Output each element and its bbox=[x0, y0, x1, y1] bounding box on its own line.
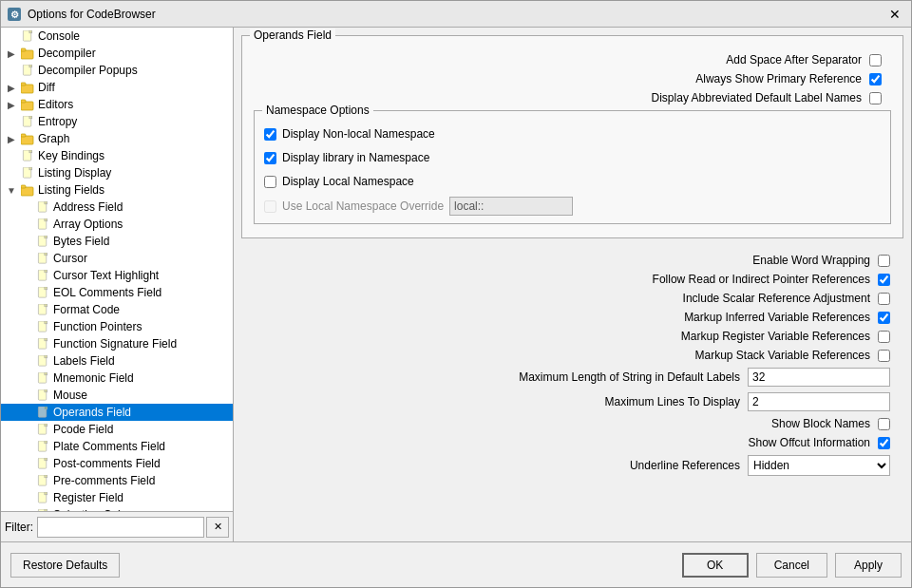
page-icon-mouse bbox=[35, 388, 50, 403]
tree-item-decompiler[interactable]: ▶ Decompiler bbox=[1, 45, 233, 62]
tree-item-mouse[interactable]: Mouse bbox=[1, 387, 233, 404]
svg-rect-53 bbox=[44, 458, 47, 461]
max-length-input[interactable] bbox=[748, 368, 890, 387]
svg-rect-11 bbox=[21, 100, 26, 103]
tree-label-pre-comments-field: Pre-comments Field bbox=[53, 474, 155, 487]
namespace-title: Namespace Options bbox=[262, 104, 373, 117]
tree-item-format-code[interactable]: Format Code bbox=[1, 301, 233, 318]
bottom-bar: Restore Defaults OK Cancel Apply bbox=[1, 541, 911, 587]
markup-inferred-checkbox[interactable] bbox=[878, 312, 890, 324]
tree-item-graph[interactable]: ▶ Graph bbox=[1, 130, 233, 147]
local-namespace-input[interactable] bbox=[449, 197, 573, 216]
tree-label-format-code: Format Code bbox=[53, 303, 120, 316]
close-button[interactable]: ✕ bbox=[884, 4, 905, 25]
underline-select[interactable]: Hidden Always Never bbox=[748, 455, 890, 476]
tree-item-console[interactable]: Console bbox=[1, 28, 233, 45]
page-icon-register-field bbox=[35, 490, 50, 505]
tree-item-bytes-field[interactable]: Bytes Field bbox=[1, 233, 233, 250]
svg-rect-43 bbox=[44, 372, 47, 375]
tree-item-plate-comments-field[interactable]: Plate Comments Field bbox=[1, 438, 233, 455]
follow-read-checkbox[interactable] bbox=[878, 274, 890, 286]
tree-scroll[interactable]: Console▶ Decompiler Decompiler Popups▶ D… bbox=[1, 28, 233, 511]
tree-label-cursor-text-highlight: Cursor Text Highlight bbox=[53, 269, 159, 282]
tree-item-entropy[interactable]: Entropy bbox=[1, 113, 233, 130]
tree-item-editors[interactable]: ▶ Editors bbox=[1, 96, 233, 113]
add-space-row: Add Space After Separator bbox=[254, 53, 891, 66]
svg-rect-21 bbox=[21, 185, 26, 188]
page-icon-operands-field bbox=[35, 405, 50, 420]
max-lines-input[interactable] bbox=[748, 392, 890, 411]
right-scroll[interactable]: Operands Field Add Space After Separator… bbox=[234, 28, 911, 541]
markup-stack-checkbox[interactable] bbox=[878, 350, 890, 362]
max-length-row: Maximum Length of String in Default Labe… bbox=[245, 368, 900, 387]
tree-item-listing-fields[interactable]: ▼ Listing Fields bbox=[1, 181, 233, 199]
tree-item-register-field[interactable]: Register Field bbox=[1, 489, 233, 506]
tree-label-array-options: Array Options bbox=[53, 218, 123, 231]
page-icon-format-code bbox=[35, 302, 50, 317]
tree-item-listing-display[interactable]: Listing Display bbox=[1, 164, 233, 181]
tree-item-decompiler-popups[interactable]: Decompiler Popups bbox=[1, 62, 233, 79]
show-block-row: Show Block Names bbox=[245, 417, 900, 430]
tree-item-key-bindings[interactable]: Key Bindings bbox=[1, 147, 233, 164]
svg-rect-57 bbox=[44, 492, 47, 495]
show-offcut-checkbox[interactable] bbox=[878, 437, 890, 449]
markup-register-checkbox[interactable] bbox=[878, 331, 890, 343]
always-show-checkbox[interactable] bbox=[869, 73, 882, 85]
tree-item-cursor-text-highlight[interactable]: Cursor Text Highlight bbox=[1, 267, 233, 284]
tree-item-cursor[interactable]: Cursor bbox=[1, 250, 233, 267]
show-offcut-label: Show Offcut Information bbox=[748, 436, 870, 449]
tree-label-function-signature-field: Function Signature Field bbox=[53, 337, 177, 351]
options-window: ⚙ Options for CodeBrowser ✕ Console▶ Dec… bbox=[0, 0, 912, 588]
page-icon-key-bindings bbox=[20, 148, 35, 163]
section-title: Operands Field bbox=[250, 28, 335, 42]
tree-item-address-field[interactable]: Address Field bbox=[1, 199, 233, 216]
main-options: Enable Word Wrapping Follow Read or Indi… bbox=[241, 248, 903, 487]
tree-label-decompiler-popups: Decompiler Popups bbox=[38, 64, 138, 77]
tree-item-pre-comments-field[interactable]: Pre-comments Field bbox=[1, 472, 233, 489]
tree-item-pcode-field[interactable]: Pcode Field bbox=[1, 421, 233, 438]
tree-label-mouse: Mouse bbox=[53, 389, 87, 402]
filter-clear-button[interactable]: ✕ bbox=[206, 517, 229, 538]
word-wrap-checkbox[interactable] bbox=[878, 255, 890, 267]
cancel-button[interactable]: Cancel bbox=[756, 553, 827, 578]
page-icon-eol-comments-field bbox=[35, 285, 50, 300]
markup-register-label: Markup Register Variable References bbox=[681, 330, 870, 343]
svg-rect-20 bbox=[21, 187, 33, 196]
page-icon-address-field bbox=[35, 199, 50, 215]
svg-rect-13 bbox=[28, 116, 31, 119]
tree-item-operands-field[interactable]: Operands Field bbox=[1, 404, 233, 421]
scalar-ref-checkbox[interactable] bbox=[878, 293, 890, 305]
add-space-checkbox[interactable] bbox=[869, 54, 882, 66]
use-local-checkbox[interactable] bbox=[264, 200, 276, 213]
ns-local-label: Display Local Namespace bbox=[282, 175, 414, 188]
tree-item-mnemonic-field[interactable]: Mnemonic Field bbox=[1, 370, 233, 387]
tree-item-function-signature-field[interactable]: Function Signature Field bbox=[1, 335, 233, 352]
apply-button[interactable]: Apply bbox=[835, 553, 902, 578]
ns-library-checkbox[interactable] bbox=[264, 152, 276, 164]
ok-button[interactable]: OK bbox=[682, 553, 749, 578]
page-icon-listing-display bbox=[20, 165, 35, 180]
follow-read-label: Follow Read or Indirect Pointer Referenc… bbox=[653, 273, 870, 286]
svg-rect-49 bbox=[44, 424, 47, 427]
tree-item-eol-comments-field[interactable]: EOL Comments Field bbox=[1, 284, 233, 301]
tree-item-function-pointers[interactable]: Function Pointers bbox=[1, 318, 233, 335]
tree-item-array-options[interactable]: Array Options bbox=[1, 216, 233, 233]
ns-local-checkbox[interactable] bbox=[264, 176, 276, 188]
tree-label-eol-comments-field: EOL Comments Field bbox=[53, 286, 162, 299]
display-abbrev-checkbox[interactable] bbox=[869, 92, 882, 104]
window-title: Options for CodeBrowser bbox=[28, 8, 884, 21]
restore-defaults-button[interactable]: Restore Defaults bbox=[10, 553, 120, 578]
display-abbrev-label: Display Abbreviated Default Label Names bbox=[652, 91, 862, 104]
tree-panel: Console▶ Decompiler Decompiler Popups▶ D… bbox=[1, 28, 234, 541]
filter-input[interactable] bbox=[37, 517, 204, 538]
tree-label-post-comments-field: Post-comments Field bbox=[53, 457, 161, 470]
ns-non-local-checkbox[interactable] bbox=[264, 128, 276, 141]
show-block-checkbox[interactable] bbox=[878, 418, 890, 430]
underline-row: Underline References Hidden Always Never bbox=[245, 455, 900, 476]
tree-item-labels-field[interactable]: Labels Field bbox=[1, 352, 233, 370]
markup-inferred-row: Markup Inferred Variable References bbox=[245, 311, 900, 324]
tree-label-graph: Graph bbox=[38, 132, 69, 145]
folder-icon-editors bbox=[20, 97, 35, 112]
tree-item-post-comments-field[interactable]: Post-comments Field bbox=[1, 455, 233, 472]
tree-item-diff[interactable]: ▶ Diff bbox=[1, 79, 233, 96]
